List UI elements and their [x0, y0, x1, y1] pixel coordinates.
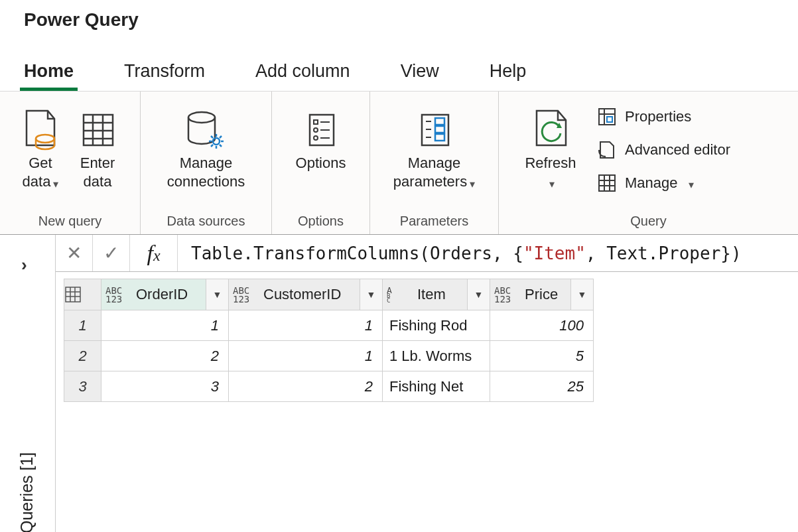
- tab-help[interactable]: Help: [486, 61, 531, 91]
- queries-panel-label: Queries [1]: [17, 452, 36, 532]
- svg-line-15: [220, 136, 222, 138]
- manage-parameters-label-2: parameters: [393, 173, 467, 190]
- manage-grid-icon: [597, 174, 617, 192]
- chevron-down-icon: ▾: [53, 178, 58, 190]
- manage-query-button[interactable]: Manage ▾: [597, 171, 730, 195]
- manage-parameters-label-1: Manage: [408, 155, 461, 171]
- cell-customerid[interactable]: 2: [229, 371, 383, 402]
- svg-point-0: [36, 135, 54, 143]
- refresh-icon: [530, 107, 571, 154]
- grid-corner-button[interactable]: [64, 279, 101, 310]
- tab-transform[interactable]: Transform: [120, 61, 209, 91]
- expand-queries-button[interactable]: ›: [21, 255, 27, 275]
- parameters-icon: [417, 107, 452, 154]
- row-number: 2: [64, 341, 101, 371]
- enter-data-icon: [80, 107, 115, 154]
- column-name: OrderID: [131, 286, 206, 303]
- fx-button[interactable]: fx: [130, 235, 178, 271]
- svg-rect-34: [607, 117, 612, 122]
- table-row[interactable]: 3 3 2 Fishing Net 25: [64, 371, 594, 402]
- group-label-parameters: Parameters: [370, 210, 498, 234]
- svg-point-20: [314, 128, 318, 132]
- cell-orderid[interactable]: 2: [101, 341, 229, 371]
- column-name: Price: [519, 286, 570, 303]
- cell-item[interactable]: Fishing Rod: [383, 310, 490, 341]
- group-label-data-sources: Data sources: [141, 210, 271, 234]
- formula-input[interactable]: Table.TransformColumns(Orders, {"Item", …: [178, 235, 798, 271]
- group-label-query: Query: [499, 210, 798, 234]
- cancel-formula-button[interactable]: ✕: [56, 235, 93, 271]
- get-data-button[interactable]: Get data▾: [12, 103, 69, 190]
- manage-connections-label-2: connections: [167, 172, 245, 191]
- formula-bar: ✕ ✓ fx Table.TransformColumns(Orders, {"…: [56, 235, 798, 272]
- column-header-customerid[interactable]: ABC123 CustomerID ▼: [229, 279, 383, 310]
- chevron-down-icon: ▾: [470, 178, 475, 190]
- manage-connections-button[interactable]: Manage connections: [153, 103, 259, 190]
- advanced-editor-icon: [597, 141, 617, 159]
- cell-customerid[interactable]: 1: [229, 341, 383, 371]
- svg-line-14: [220, 145, 222, 147]
- svg-rect-28: [435, 118, 444, 125]
- options-button[interactable]: Options: [284, 103, 358, 190]
- properties-label: Properties: [625, 108, 691, 125]
- formula-string: "Item": [523, 243, 586, 263]
- tab-view[interactable]: View: [397, 61, 443, 91]
- column-filter-button[interactable]: ▼: [360, 279, 382, 310]
- column-type-icon: ABC: [383, 286, 412, 304]
- cell-price[interactable]: 5: [490, 341, 594, 371]
- commit-formula-button[interactable]: ✓: [93, 235, 130, 271]
- enter-data-button[interactable]: Enter data: [69, 103, 126, 190]
- advanced-editor-label: Advanced editor: [625, 141, 730, 159]
- cell-item[interactable]: Fishing Net: [383, 371, 490, 402]
- svg-rect-30: [435, 134, 444, 141]
- get-data-icon: [23, 107, 58, 154]
- column-filter-button[interactable]: ▼: [467, 279, 490, 310]
- tab-strip: Home Transform Add column View Help: [0, 46, 798, 92]
- svg-rect-35: [599, 175, 615, 191]
- options-icon: [303, 107, 339, 154]
- column-type-icon: ABC123: [101, 286, 131, 303]
- options-label: Options: [296, 155, 346, 171]
- column-type-icon: ABC123: [490, 286, 519, 303]
- column-filter-button[interactable]: ▼: [570, 279, 593, 310]
- refresh-button[interactable]: Refresh ▾: [511, 103, 590, 190]
- table-row[interactable]: 1 1 1 Fishing Rod 100: [64, 310, 594, 341]
- properties-icon: [597, 107, 617, 126]
- data-grid: ABC123 OrderID ▼ ABC123 CustomerID ▼: [64, 279, 594, 402]
- cell-price[interactable]: 25: [490, 371, 594, 402]
- column-header-orderid[interactable]: ABC123 OrderID ▼: [101, 279, 229, 310]
- cell-customerid[interactable]: 1: [229, 310, 383, 341]
- advanced-editor-button[interactable]: Advanced editor: [597, 138, 730, 162]
- get-data-label-1: Get: [29, 155, 52, 171]
- queries-side-panel: › Queries [1]: [0, 235, 56, 532]
- svg-rect-18: [314, 120, 318, 124]
- manage-query-label: Manage: [625, 174, 678, 192]
- cell-orderid[interactable]: 3: [101, 371, 229, 402]
- formula-prefix: Table.TransformColumns(Orders, {: [191, 243, 523, 263]
- database-gear-icon: [184, 107, 228, 154]
- column-filter-button[interactable]: ▼: [206, 279, 228, 310]
- formula-suffix: , Text.Proper}): [586, 243, 742, 263]
- cell-item[interactable]: 1 Lb. Worms: [383, 341, 490, 371]
- cell-price[interactable]: 100: [490, 310, 594, 341]
- ribbon: Get data▾ Enter data: [0, 92, 798, 235]
- properties-button[interactable]: Properties: [597, 105, 730, 129]
- chevron-down-icon: ▾: [549, 178, 555, 190]
- get-data-label-2: data: [23, 173, 51, 190]
- enter-data-label-2: data: [80, 172, 115, 191]
- tab-home[interactable]: Home: [20, 61, 78, 91]
- column-header-item[interactable]: ABC Item ▼: [383, 279, 490, 310]
- manage-parameters-button[interactable]: Manage parameters▾: [382, 103, 486, 190]
- cell-orderid[interactable]: 1: [101, 310, 229, 341]
- enter-data-label-1: Enter: [80, 155, 115, 171]
- svg-point-7: [188, 112, 215, 123]
- manage-connections-label-1: Manage: [180, 155, 233, 171]
- refresh-label: Refresh: [525, 155, 576, 171]
- column-name: CustomerID: [258, 286, 360, 303]
- svg-point-22: [314, 136, 318, 140]
- table-row[interactable]: 2 2 1 1 Lb. Worms 5: [64, 341, 594, 371]
- column-header-price[interactable]: ABC123 Price ▼: [490, 279, 594, 310]
- app-title: Power Query: [0, 0, 798, 46]
- tab-add-column[interactable]: Add column: [251, 61, 354, 91]
- column-type-icon: ABC123: [229, 286, 258, 303]
